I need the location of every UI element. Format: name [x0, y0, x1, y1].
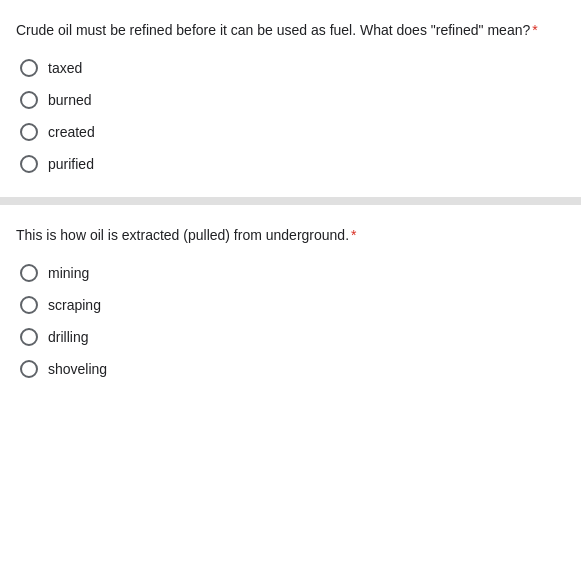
option-label: scraping	[48, 297, 101, 313]
list-item[interactable]: drilling	[20, 328, 565, 346]
section-divider	[0, 197, 581, 205]
option-label: purified	[48, 156, 94, 172]
question-1-required: *	[532, 22, 537, 38]
option-label: burned	[48, 92, 92, 108]
radio-icon[interactable]	[20, 296, 38, 314]
option-label: drilling	[48, 329, 88, 345]
question-2-text: This is how oil is extracted (pulled) fr…	[16, 225, 565, 246]
question-2-section: This is how oil is extracted (pulled) fr…	[0, 205, 581, 402]
radio-icon[interactable]	[20, 360, 38, 378]
radio-icon[interactable]	[20, 59, 38, 77]
option-label: taxed	[48, 60, 82, 76]
radio-icon[interactable]	[20, 328, 38, 346]
list-item[interactable]: shoveling	[20, 360, 565, 378]
radio-icon[interactable]	[20, 155, 38, 173]
list-item[interactable]: created	[20, 123, 565, 141]
list-item[interactable]: mining	[20, 264, 565, 282]
question-2-required: *	[351, 227, 356, 243]
question-1-section: Crude oil must be refined before it can …	[0, 0, 581, 197]
option-label: mining	[48, 265, 89, 281]
list-item[interactable]: purified	[20, 155, 565, 173]
question-2-body: This is how oil is extracted (pulled) fr…	[16, 227, 349, 243]
question-1-options: taxed burned created purified	[16, 59, 565, 173]
radio-icon[interactable]	[20, 123, 38, 141]
question-1-body: Crude oil must be refined before it can …	[16, 22, 530, 38]
list-item[interactable]: taxed	[20, 59, 565, 77]
radio-icon[interactable]	[20, 91, 38, 109]
radio-icon[interactable]	[20, 264, 38, 282]
option-label: created	[48, 124, 95, 140]
question-2-options: mining scraping drilling shoveling	[16, 264, 565, 378]
list-item[interactable]: burned	[20, 91, 565, 109]
question-1-text: Crude oil must be refined before it can …	[16, 20, 565, 41]
list-item[interactable]: scraping	[20, 296, 565, 314]
option-label: shoveling	[48, 361, 107, 377]
